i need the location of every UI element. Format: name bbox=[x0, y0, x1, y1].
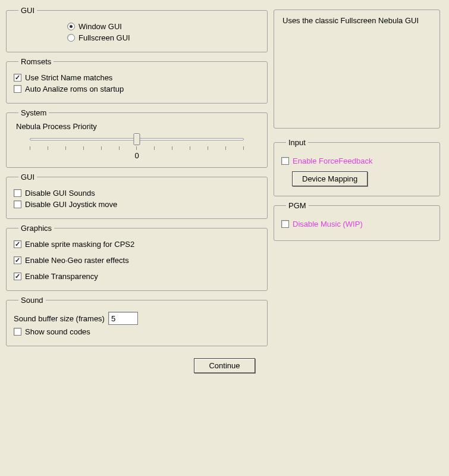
graphics-group: Graphics ✓ Enable sprite masking for CPS… bbox=[6, 224, 268, 291]
strict-names-label: Use Strict Name matches bbox=[25, 73, 112, 82]
raster-effects-label: Enable Neo·Geo raster effects bbox=[25, 256, 129, 265]
romsets-group: Romsets ✓ Use Strict Name matches ✓ Auto… bbox=[6, 57, 268, 104]
gui-mode-legend: GUI bbox=[18, 6, 37, 15]
left-column: GUI Window GUI Fullscreen GUI Romsets ✓ … bbox=[6, 6, 268, 351]
input-legend: Input bbox=[286, 138, 308, 147]
system-legend: System bbox=[18, 108, 49, 117]
pgm-group: PGM ✓ Disable Music (WIP) bbox=[274, 201, 440, 241]
sprite-masking-label: Enable sprite masking for CPS2 bbox=[25, 240, 134, 249]
gui-mode-group: GUI Window GUI Fullscreen GUI bbox=[6, 6, 268, 52]
checkbox-sprite-masking[interactable]: ✓ bbox=[14, 240, 21, 248]
disable-music-label: Disable Music (WIP) bbox=[293, 220, 363, 228]
checkbox-disable-gui-joystick[interactable]: ✓ bbox=[14, 201, 21, 208]
checkbox-strict-names[interactable]: ✓ bbox=[14, 74, 21, 82]
description-text: Uses the classic Fullscreen Nebula GUI bbox=[282, 16, 419, 25]
settings-dialog: GUI Window GUI Fullscreen GUI Romsets ✓ … bbox=[6, 6, 443, 351]
sound-legend: Sound bbox=[18, 296, 46, 305]
description-panel: Uses the classic Fullscreen Nebula GUI bbox=[274, 10, 440, 129]
checkbox-raster-effects[interactable]: ✓ bbox=[14, 256, 21, 264]
priority-slider[interactable] bbox=[30, 134, 244, 150]
priority-value: 0 bbox=[18, 151, 255, 160]
continue-button[interactable]: Continue bbox=[194, 358, 255, 373]
checkbox-disable-gui-sounds[interactable]: ✓ bbox=[14, 189, 21, 197]
disable-gui-sounds-label: Disable GUI Sounds bbox=[25, 189, 95, 198]
disable-gui-joystick-label: Disable GUI Joystick move bbox=[25, 200, 117, 209]
checkbox-disable-music[interactable]: ✓ bbox=[281, 220, 289, 228]
transparency-label: Enable Transparency bbox=[25, 272, 98, 281]
checkbox-show-sound-codes[interactable]: ✓ bbox=[14, 328, 21, 336]
romsets-legend: Romsets bbox=[18, 57, 54, 66]
gui-options-group: GUI ✓ Disable GUI Sounds ✓ Disable GUI J… bbox=[6, 173, 268, 219]
radio-fullscreen-gui-label: Fullscreen GUI bbox=[79, 33, 130, 42]
system-group: System Nebula Process Priority 0 bbox=[6, 108, 268, 168]
right-column: Uses the classic Fullscreen Nebula GUI I… bbox=[274, 6, 440, 351]
checkbox-auto-analize[interactable]: ✓ bbox=[14, 85, 21, 93]
input-group: Input ✓ Enable ForceFeedback Device Mapp… bbox=[274, 138, 440, 196]
priority-label: Nebula Process Priority bbox=[16, 122, 260, 131]
show-sound-codes-label: Show sound codes bbox=[25, 327, 90, 336]
sound-group: Sound Sound buffer size (frames) ✓ Show … bbox=[6, 296, 268, 346]
auto-analize-label: Auto Analize roms on startup bbox=[25, 84, 124, 93]
radio-window-gui[interactable] bbox=[67, 23, 75, 30]
pgm-legend: PGM bbox=[286, 201, 309, 210]
graphics-legend: Graphics bbox=[18, 224, 54, 233]
radio-fullscreen-gui[interactable] bbox=[67, 34, 75, 42]
gui-options-legend: GUI bbox=[18, 173, 37, 181]
device-mapping-button[interactable]: Device Mapping bbox=[292, 171, 368, 186]
radio-window-gui-label: Window GUI bbox=[79, 22, 122, 31]
checkbox-force-feedback[interactable]: ✓ bbox=[281, 157, 289, 165]
checkbox-transparency[interactable]: ✓ bbox=[14, 273, 21, 280]
footer: Continue bbox=[6, 358, 443, 373]
buffer-size-label: Sound buffer size (frames) bbox=[14, 314, 105, 323]
force-feedback-label: Enable ForceFeedback bbox=[293, 156, 372, 165]
buffer-size-input[interactable] bbox=[108, 312, 138, 325]
